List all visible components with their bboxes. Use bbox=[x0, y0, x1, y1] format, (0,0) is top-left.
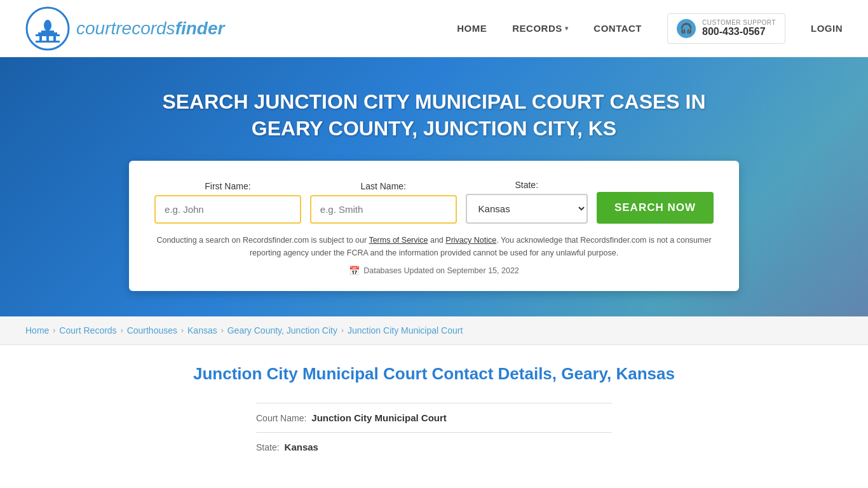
logo-text: courtrecordsfinder bbox=[76, 18, 224, 39]
state-row-label: State: bbox=[256, 442, 280, 452]
last-name-group: Last Name: bbox=[310, 181, 457, 224]
state-row-value: Kansas bbox=[285, 442, 318, 452]
breadcrumb-kansas[interactable]: Kansas bbox=[187, 325, 217, 336]
svg-rect-7 bbox=[53, 36, 56, 41]
breadcrumb: Home › Court Records › Courthouses › Kan… bbox=[25, 325, 843, 336]
last-name-label: Last Name: bbox=[310, 181, 457, 191]
first-name-group: First Name: bbox=[154, 181, 301, 224]
state-label: State: bbox=[466, 180, 588, 190]
state-group: State: AlabamaAlaskaArizonaArkansasCalif… bbox=[466, 180, 588, 224]
state-select[interactable]: AlabamaAlaskaArizonaArkansasCaliforniaCo… bbox=[466, 194, 588, 224]
breadcrumb-current: Junction City Municipal Court bbox=[348, 325, 463, 336]
svg-rect-8 bbox=[36, 41, 60, 43]
breadcrumb-sep-1: › bbox=[53, 326, 55, 335]
court-name-value: Junction City Municipal Court bbox=[311, 412, 447, 423]
support-box[interactable]: 🎧 CUSTOMER SUPPORT 800-433-0567 bbox=[667, 13, 785, 44]
content-title: Junction City Municipal Court Contact De… bbox=[64, 364, 804, 384]
privacy-link[interactable]: Privacy Notice bbox=[445, 236, 496, 245]
info-table: Court Name: Junction City Municipal Cour… bbox=[256, 403, 612, 461]
tos-link[interactable]: Terms of Service bbox=[369, 236, 428, 245]
support-info: CUSTOMER SUPPORT 800-433-0567 bbox=[702, 19, 776, 37]
nav-contact[interactable]: CONTACT bbox=[593, 23, 642, 34]
breadcrumb-home[interactable]: Home bbox=[25, 325, 49, 336]
court-name-label: Court Name: bbox=[256, 413, 306, 423]
breadcrumb-bar: Home › Court Records › Courthouses › Kan… bbox=[0, 316, 868, 345]
nav-home[interactable]: HOME bbox=[457, 23, 487, 34]
breadcrumb-geary[interactable]: Geary County, Junction City bbox=[227, 325, 337, 336]
support-label: CUSTOMER SUPPORT bbox=[702, 19, 776, 26]
records-chevron-icon: ▾ bbox=[565, 25, 569, 32]
logo-text-bold: finder bbox=[175, 18, 225, 38]
logo-text-normal: courtrecords bbox=[76, 18, 175, 38]
svg-rect-3 bbox=[38, 32, 57, 34]
court-name-row: Court Name: Junction City Municipal Cour… bbox=[256, 403, 612, 432]
support-number: 800-433-0567 bbox=[702, 26, 776, 37]
svg-rect-6 bbox=[46, 36, 49, 41]
nav-login[interactable]: LOGIN bbox=[811, 23, 843, 34]
last-name-input[interactable] bbox=[310, 195, 457, 224]
breadcrumb-sep-2: › bbox=[121, 326, 123, 335]
calendar-icon: 📅 bbox=[349, 266, 360, 276]
svg-rect-5 bbox=[39, 36, 42, 41]
logo-icon bbox=[25, 6, 70, 51]
breadcrumb-sep-5: › bbox=[341, 326, 344, 335]
breadcrumb-courthouses[interactable]: Courthouses bbox=[127, 325, 177, 336]
first-name-label: First Name: bbox=[154, 181, 301, 191]
first-name-input[interactable] bbox=[154, 195, 301, 224]
breadcrumb-sep-3: › bbox=[181, 326, 184, 335]
svg-rect-2 bbox=[41, 30, 54, 32]
headset-icon: 🎧 bbox=[677, 19, 696, 38]
breadcrumb-court-records[interactable]: Court Records bbox=[59, 325, 116, 336]
logo[interactable]: courtrecordsfinder bbox=[25, 6, 224, 51]
hero-section: SEARCH JUNCTION CITY MUNICIPAL COURT CAS… bbox=[0, 57, 868, 316]
nav-records[interactable]: RECORDS ▾ bbox=[512, 23, 568, 34]
svg-point-1 bbox=[44, 20, 51, 31]
main-content: Junction City Municipal Court Contact De… bbox=[0, 345, 868, 487]
svg-rect-4 bbox=[36, 34, 60, 36]
site-header: courtrecordsfinder HOME RECORDS ▾ CONTAC… bbox=[0, 0, 868, 57]
state-row: State: Kansas bbox=[256, 432, 612, 461]
breadcrumb-sep-4: › bbox=[221, 326, 224, 335]
hero-bg-overlay bbox=[614, 57, 868, 316]
main-nav: HOME RECORDS ▾ CONTACT 🎧 CUSTOMER SUPPOR… bbox=[457, 13, 843, 44]
